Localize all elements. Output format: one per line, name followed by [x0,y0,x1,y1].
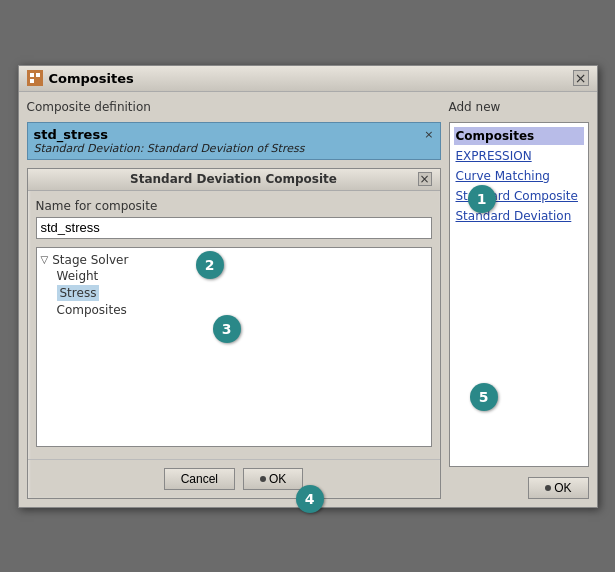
add-new-item-standard-deviation[interactable]: Standard Deviation [454,207,584,225]
main-ok-button[interactable]: OK [528,477,588,499]
tree-label-stage-solver: Stage Solver [52,253,128,267]
main-title: Composites [49,71,134,86]
add-new-item-standard-composite[interactable]: Standard Composite [454,187,584,205]
add-new-item-expression[interactable]: EXPRESSION [454,147,584,165]
composite-item-close-button[interactable]: × [424,129,433,140]
main-close-button[interactable]: × [573,70,589,86]
add-new-box: Composites EXPRESSION Curve Matching Sta… [449,122,589,467]
add-new-item-composites[interactable]: Composites [454,127,584,145]
tree-panel: ▽ Stage Solver Weight Stress Composites [36,247,432,447]
composite-def-label: Composite definition [27,100,441,114]
sub-ok-dot [260,476,266,482]
svg-rect-3 [30,79,34,83]
main-body: Composite definition std_stress Standard… [19,92,597,507]
composite-item-desc: Standard Deviation: Standard Deviation o… [34,142,305,155]
composite-item[interactable]: std_stress Standard Deviation: Standard … [27,122,441,160]
tree-label-stress: Stress [57,285,100,301]
tree-arrow-stage-solver: ▽ [41,254,49,265]
composite-item-name: std_stress [34,127,305,142]
composites-dialog: Composites × Composite definition std_st… [18,65,598,508]
tree-label-composites: Composites [57,303,127,317]
sub-titlebar: Standard Deviation Composite × [28,169,440,191]
name-field-label: Name for composite [36,199,432,213]
add-new-label: Add new [449,100,589,114]
sub-ok-button[interactable]: OK [243,468,303,490]
sub-dialog: Standard Deviation Composite × Name for … [27,168,441,499]
main-titlebar: Composites × [19,66,597,92]
composite-item-text: std_stress Standard Deviation: Standard … [34,127,305,155]
main-dialog-container: Composites × Composite definition std_st… [18,65,598,508]
sub-body: Name for composite ▽ Stage Solver Weight [28,191,440,455]
tree-item-composites[interactable]: Composites [41,302,427,318]
sub-close-button[interactable]: × [418,172,432,186]
titlebar-left: Composites [27,70,134,86]
tree-item-weight[interactable]: Weight [41,268,427,284]
main-ok-label: OK [554,481,571,495]
add-new-item-curve-matching[interactable]: Curve Matching [454,167,584,185]
left-panel: Composite definition std_stress Standard… [27,100,441,499]
sub-footer: Cancel OK [28,459,440,498]
cancel-button[interactable]: Cancel [164,468,235,490]
cancel-label: Cancel [181,472,218,486]
tree-item-stress[interactable]: Stress [41,284,427,302]
app-icon [27,70,43,86]
svg-rect-2 [36,73,40,77]
sub-ok-label: OK [269,472,286,486]
name-input[interactable] [36,217,432,239]
tree-item-stage-solver[interactable]: ▽ Stage Solver [41,252,427,268]
right-panel: Add new Composites EXPRESSION Curve Matc… [449,100,589,499]
sub-dialog-title: Standard Deviation Composite [50,172,418,186]
main-ok-dot [545,485,551,491]
svg-rect-1 [30,73,34,77]
right-footer: OK [449,473,589,499]
tree-label-weight: Weight [57,269,99,283]
